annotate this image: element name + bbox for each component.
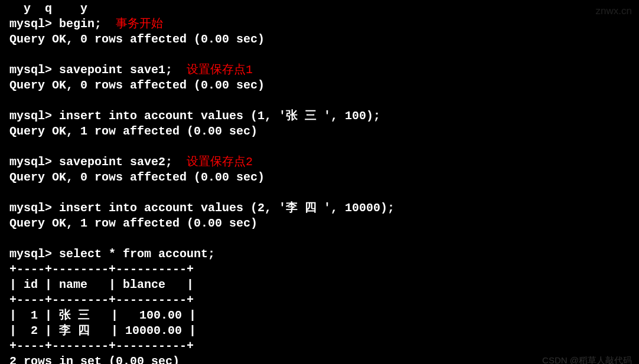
table-row: | 1 | 张 三 | 100.00 | — [9, 308, 630, 323]
table-border-top: +----+--------+----------+ — [9, 262, 630, 277]
blank-line — [9, 47, 630, 63]
annotation-savepoint1: 设置保存点1 — [187, 63, 253, 77]
terminal-line-savepoint1: mysql> savepoint save1;设置保存点1 — [9, 63, 630, 78]
terminal-line-insert1: mysql> insert into account values (1, '张… — [9, 109, 630, 124]
terminal-line-select: mysql> select * from account; — [9, 247, 630, 262]
watermark-bottom: CSDN @稻草人敲代码 — [542, 355, 632, 365]
terminal-line-result: Query OK, 0 rows affected (0.00 sec) — [9, 170, 630, 185]
sql-command: mysql> savepoint save1; — [9, 63, 172, 77]
annotation-begin: 事务开始 — [116, 17, 163, 31]
table-border-bottom: +----+--------+----------+ — [9, 339, 630, 354]
terminal-line-insert2: mysql> insert into account values (2, '李… — [9, 201, 630, 216]
terminal-line-result: Query OK, 1 row affected (0.00 sec) — [9, 216, 630, 231]
table-border-mid: +----+--------+----------+ — [9, 293, 630, 308]
terminal-line-result: 2 rows in set (0.00 sec) — [9, 354, 630, 364]
watermark-top: znwx.cn — [596, 5, 632, 18]
terminal-line-result: Query OK, 1 row affected (0.00 sec) — [9, 124, 630, 139]
blank-line — [9, 231, 630, 247]
blank-line — [9, 93, 630, 109]
terminal-line-savepoint2: mysql> savepoint save2;设置保存点2 — [9, 155, 630, 170]
sql-command: mysql> begin; — [9, 17, 102, 31]
terminal-line-result: Query OK, 0 rows affected (0.00 sec) — [9, 78, 630, 93]
terminal-line-result: Query OK, 0 rows affected (0.00 sec) — [9, 32, 630, 47]
blank-line — [9, 185, 630, 201]
annotation-savepoint2: 设置保存点2 — [187, 155, 253, 169]
blank-line — [9, 139, 630, 155]
terminal-line-begin: mysql> begin;事务开始 — [9, 17, 630, 32]
table-row: | 2 | 李 四 | 10000.00 | — [9, 323, 630, 339]
terminal-line-truncated: y q y — [9, 1, 630, 17]
sql-command: mysql> savepoint save2; — [9, 155, 172, 169]
table-header: | id | name | blance | — [9, 277, 630, 293]
